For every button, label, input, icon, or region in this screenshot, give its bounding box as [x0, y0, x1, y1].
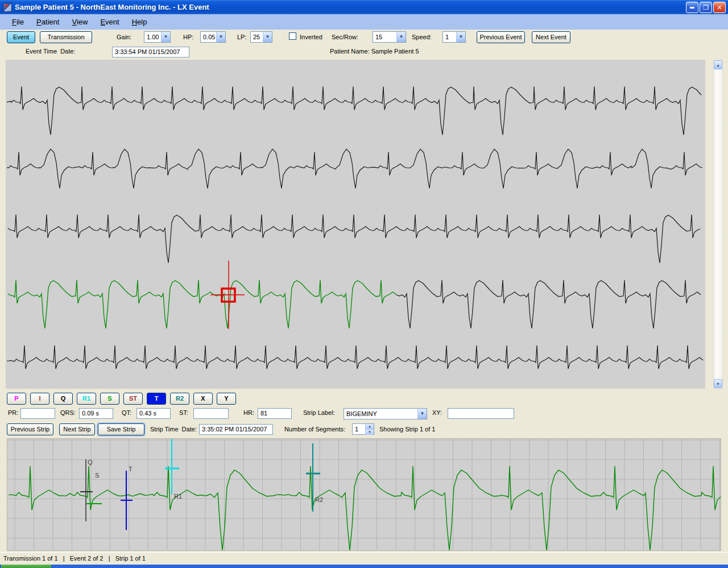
- toolbar: Event Transmission Gain: 1.00 ▼ HP: 0.05…: [0, 30, 728, 44]
- row-3-trace: [8, 215, 700, 263]
- event-time-label: Event Time Date:: [26, 48, 75, 55]
- strip-trace: [9, 466, 721, 550]
- qrs-field[interactable]: 0.09 s: [79, 408, 113, 419]
- start-button-fragment[interactable]: [1, 565, 51, 568]
- strip-marker-s-label: S: [95, 472, 99, 479]
- status-bar: Transmission 1 of 1 | Event 2 of 2 | Str…: [0, 552, 728, 565]
- close-button[interactable]: ✕: [713, 2, 726, 13]
- row-2-trace: [7, 149, 702, 188]
- gain-value: 1.00: [144, 32, 161, 42]
- spinner-arrows: ▲ ▼: [365, 424, 374, 434]
- minimize-icon: [690, 7, 694, 9]
- window-title: Sample Patient 5 - NorthEast Monitoring …: [15, 3, 209, 11]
- marker-button-i[interactable]: I: [30, 393, 49, 405]
- strip-time-field[interactable]: 3:35:02 PM 01/15/2007: [199, 424, 273, 435]
- xy-label: XY:: [432, 409, 442, 416]
- chevron-down-icon[interactable]: ▼: [456, 32, 465, 42]
- marker-buttons-row: PIQR1SSTTR2XY: [0, 391, 728, 406]
- next-strip-button[interactable]: Next Strip: [59, 423, 95, 435]
- window-controls: ❐ ✕: [686, 2, 726, 13]
- event-time-field[interactable]: 3:33:54 PM 01/15/2007: [112, 47, 189, 57]
- app-icon: [3, 3, 12, 12]
- ecg-main-area: ▲ ▼: [0, 60, 728, 391]
- patient-name-label: Patient Name: Sample Patient 5: [330, 48, 419, 55]
- chevron-down-icon[interactable]: ▼: [161, 32, 170, 42]
- strip-label-select[interactable]: BIGEMINY ▼: [344, 408, 427, 419]
- restore-button[interactable]: ❐: [700, 2, 712, 13]
- marker-button-s[interactable]: S: [100, 393, 119, 405]
- st-field[interactable]: [193, 408, 229, 419]
- lp-select[interactable]: 25 ▼: [250, 31, 272, 43]
- spinner-down-icon[interactable]: ▼: [365, 429, 374, 435]
- strip-label-value: BIGEMINY: [344, 409, 417, 419]
- qt-label: QT:: [122, 409, 131, 416]
- sec-row-value: 15: [373, 32, 396, 42]
- inverted-label: Inverted: [300, 34, 322, 40]
- chevron-down-icon[interactable]: ▼: [263, 32, 272, 42]
- status-text: Transmission 1 of 1 | Event 2 of 2 | Str…: [3, 555, 146, 562]
- marker-button-p[interactable]: P: [7, 393, 26, 405]
- previous-event-button[interactable]: Previous Event: [477, 31, 525, 43]
- next-event-button[interactable]: Next Event: [532, 31, 570, 43]
- hr-label: HR:: [243, 409, 254, 416]
- sec-row-label: Sec/Row:: [332, 34, 358, 40]
- previous-strip-button[interactable]: Previous Strip: [7, 423, 53, 435]
- strip-marker-r2-label: R2: [315, 496, 323, 503]
- menu-view[interactable]: View: [65, 15, 94, 28]
- menu-file[interactable]: File: [6, 15, 30, 28]
- st-label: ST:: [179, 409, 188, 416]
- speed-select[interactable]: 1 ▼: [442, 31, 466, 43]
- xy-field[interactable]: [448, 408, 514, 419]
- ecg-strip-canvas[interactable]: QSTR1R2: [7, 438, 721, 551]
- marker-button-r2[interactable]: R2: [170, 393, 189, 405]
- chevron-down-icon[interactable]: ▼: [396, 32, 406, 42]
- marker-button-r1[interactable]: R1: [77, 393, 96, 405]
- strip-time-label: Strip Time Date:: [150, 426, 197, 433]
- event-info-row: Event Time Date: 3:33:54 PM 01/15/2007 P…: [0, 44, 728, 60]
- speed-value: 1: [443, 32, 456, 42]
- hp-select[interactable]: 0.05 ▼: [200, 31, 226, 43]
- gain-label: Gain:: [117, 34, 131, 40]
- marker-button-st[interactable]: ST: [123, 393, 143, 405]
- marker-button-q[interactable]: Q: [53, 393, 73, 405]
- inverted-checkbox[interactable]: [289, 32, 296, 40]
- qt-field[interactable]: 0.43 s: [136, 408, 171, 419]
- menu-bar: FilePatientViewEventHelp: [0, 14, 728, 30]
- qrs-label: QRS:: [60, 409, 76, 416]
- event-button[interactable]: Event: [7, 31, 35, 43]
- save-strip-button[interactable]: Save Strip: [98, 423, 144, 435]
- strip-area: QSTR1R2: [0, 437, 728, 552]
- strip-label-label: Strip Label:: [303, 409, 335, 416]
- hp-value: 0.05: [201, 32, 216, 42]
- chevron-down-icon[interactable]: ▼: [417, 409, 427, 419]
- menu-event[interactable]: Event: [94, 15, 125, 28]
- chevron-down-icon[interactable]: ▼: [216, 32, 225, 42]
- speed-label: Speed:: [412, 34, 432, 40]
- menu-patient[interactable]: Patient: [30, 15, 65, 28]
- marker-button-y[interactable]: Y: [217, 393, 236, 405]
- scroll-down-icon[interactable]: ▼: [714, 379, 722, 388]
- measurements-row: PR: QRS: 0.09 s QT: 0.43 s ST: HR: 81 St…: [0, 406, 728, 421]
- segments-value: 1: [353, 424, 365, 434]
- sec-row-select[interactable]: 15 ▼: [373, 31, 406, 43]
- scroll-up-icon[interactable]: ▲: [714, 60, 722, 69]
- hr-field[interactable]: 81: [258, 408, 292, 419]
- pr-field[interactable]: [20, 408, 55, 419]
- row-4-trace-green: [8, 280, 396, 328]
- taskbar[interactable]: [0, 565, 728, 568]
- menu-help[interactable]: Help: [126, 15, 154, 28]
- ecg-main-canvas[interactable]: [6, 60, 705, 389]
- minimize-button[interactable]: [686, 2, 698, 13]
- app-window: Sample Patient 5 - NorthEast Monitoring …: [0, 0, 728, 568]
- transmission-button[interactable]: Transmission: [40, 31, 92, 43]
- segments-spinner[interactable]: 1 ▲ ▼: [352, 423, 374, 435]
- row-5-trace: [7, 345, 703, 369]
- hp-label: HP:: [183, 34, 193, 40]
- marker-button-t[interactable]: T: [147, 393, 166, 405]
- spinner-up-icon[interactable]: ▲: [365, 424, 374, 429]
- vertical-scrollbar[interactable]: ▲ ▼: [713, 60, 723, 389]
- strip-marker-q-label: Q: [88, 459, 93, 466]
- title-bar: Sample Patient 5 - NorthEast Monitoring …: [0, 0, 728, 14]
- gain-select[interactable]: 1.00 ▼: [144, 31, 171, 43]
- marker-button-x[interactable]: X: [193, 393, 213, 405]
